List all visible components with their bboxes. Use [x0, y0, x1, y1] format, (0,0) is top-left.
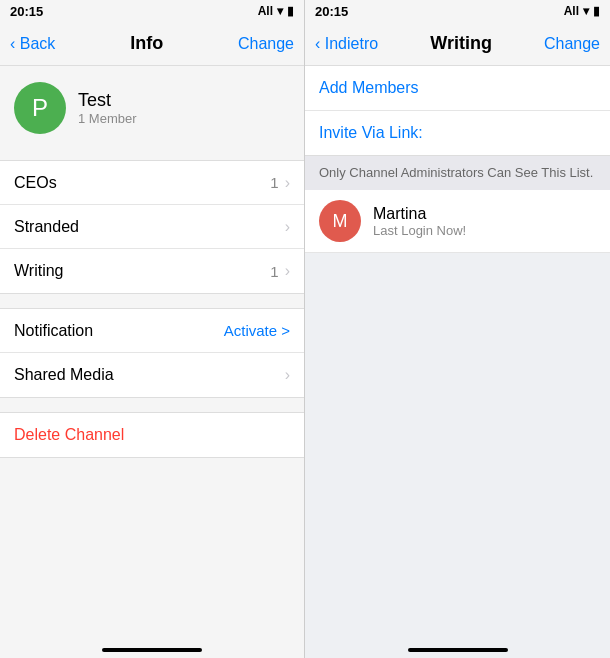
left-battery-icon: ▮ — [287, 4, 294, 18]
notification-value[interactable]: Activate > — [224, 322, 290, 339]
right-back-button[interactable]: ‹ Indietro — [315, 35, 378, 53]
right-panel: 20:15 All ▾ ▮ ‹ Indietro Writing Change … — [305, 0, 610, 658]
groups-section: CEOs 1 › Stranded › Writing 1 › — [0, 160, 304, 294]
group-stranded-label: Stranded — [14, 218, 79, 236]
notification-section: Notification Activate > Shared Media › — [0, 308, 304, 398]
list-item[interactable]: Stranded › — [0, 205, 304, 249]
left-nav-bar: ‹ Back Info Change — [0, 22, 304, 66]
shared-media-label: Shared Media — [14, 366, 114, 384]
right-nav-change-button[interactable]: Change — [544, 35, 600, 53]
member-list: M Martina Last Login Now! — [305, 190, 610, 253]
profile-info: Test 1 Member — [78, 90, 137, 126]
list-item[interactable]: Writing 1 › — [0, 249, 304, 293]
info-text: Only Channel Administrators Can See This… — [319, 165, 593, 180]
right-status-bar: 20:15 All ▾ ▮ — [305, 0, 610, 22]
profile-name: Test — [78, 90, 137, 111]
invite-via-link-button[interactable]: Invite Via Link: — [305, 111, 610, 155]
right-wifi-icon: ▾ — [583, 4, 589, 18]
right-status-icons: All ▾ ▮ — [564, 4, 600, 18]
delete-channel-button[interactable]: Delete Channel — [0, 413, 304, 457]
notification-item[interactable]: Notification Activate > — [0, 309, 304, 353]
left-signal-text: All — [258, 4, 273, 18]
group-stranded-right: › — [285, 218, 290, 236]
list-item[interactable]: CEOs 1 › — [0, 161, 304, 205]
shared-media-item[interactable]: Shared Media › — [0, 353, 304, 397]
left-wifi-icon: ▾ — [277, 4, 283, 18]
right-time: 20:15 — [315, 4, 348, 19]
left-home-indicator — [102, 648, 202, 652]
member-info: Martina Last Login Now! — [373, 205, 466, 238]
group-writing-right: 1 › — [270, 262, 290, 280]
left-status-icons: All ▾ ▮ — [258, 4, 294, 18]
avatar-letter: P — [32, 94, 48, 122]
member-avatar-letter: M — [333, 211, 348, 232]
group-ceos-count: 1 — [270, 174, 278, 191]
group-ceos-right: 1 › — [270, 174, 290, 192]
info-box: Only Channel Administrators Can See This… — [305, 156, 610, 190]
group-writing-count: 1 — [270, 263, 278, 280]
right-nav-bar: ‹ Indietro Writing Change — [305, 22, 610, 66]
right-battery-icon: ▮ — [593, 4, 600, 18]
left-panel: 20:15 All ▾ ▮ ‹ Back Info Change P Test … — [0, 0, 305, 658]
member-item[interactable]: M Martina Last Login Now! — [305, 190, 610, 253]
chevron-right-icon: › — [285, 262, 290, 280]
add-members-label: Add Members — [319, 79, 419, 96]
delete-channel-label: Delete Channel — [14, 426, 124, 444]
add-members-button[interactable]: Add Members — [305, 66, 610, 111]
avatar: P — [14, 82, 66, 134]
left-nav-title: Info — [130, 33, 163, 54]
member-status: Last Login Now! — [373, 223, 466, 238]
chevron-right-icon: › — [285, 366, 290, 384]
notification-label: Notification — [14, 322, 93, 340]
group-writing-label: Writing — [14, 262, 64, 280]
right-signal-text: All — [564, 4, 579, 18]
member-avatar: M — [319, 200, 361, 242]
invite-via-link-label: Invite Via Link: — [319, 124, 423, 141]
chevron-right-icon: › — [285, 174, 290, 192]
left-back-button[interactable]: ‹ Back — [10, 35, 55, 53]
shared-media-right: › — [285, 366, 290, 384]
right-actions-section: Add Members Invite Via Link: — [305, 66, 610, 156]
left-status-bar: 20:15 All ▾ ▮ — [0, 0, 304, 22]
group-ceos-label: CEOs — [14, 174, 57, 192]
delete-section: Delete Channel — [0, 412, 304, 458]
left-nav-change-button[interactable]: Change — [238, 35, 294, 53]
right-home-indicator — [408, 648, 508, 652]
profile-members: 1 Member — [78, 111, 137, 126]
chevron-right-icon: › — [285, 218, 290, 236]
right-nav-title: Writing — [430, 33, 492, 54]
member-name: Martina — [373, 205, 466, 223]
left-time: 20:15 — [10, 4, 43, 19]
profile-section: P Test 1 Member — [0, 66, 304, 150]
